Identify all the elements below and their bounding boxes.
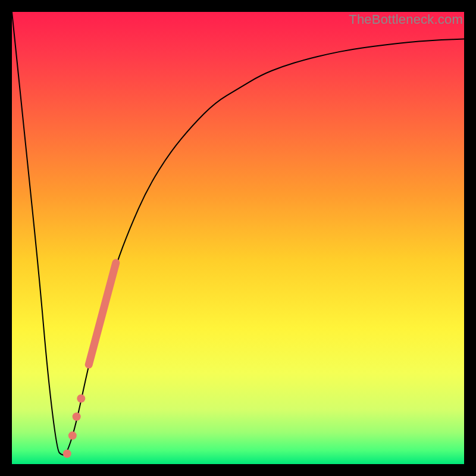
watermark-text: TheBottleneck.com [349,12,463,27]
marker-dot [73,412,81,421]
chart-plot [12,12,464,464]
chart-frame: TheBottleneck.com [12,12,464,464]
marker-dot [63,450,71,458]
marker-dot [68,431,77,440]
marker-dot [77,394,85,403]
